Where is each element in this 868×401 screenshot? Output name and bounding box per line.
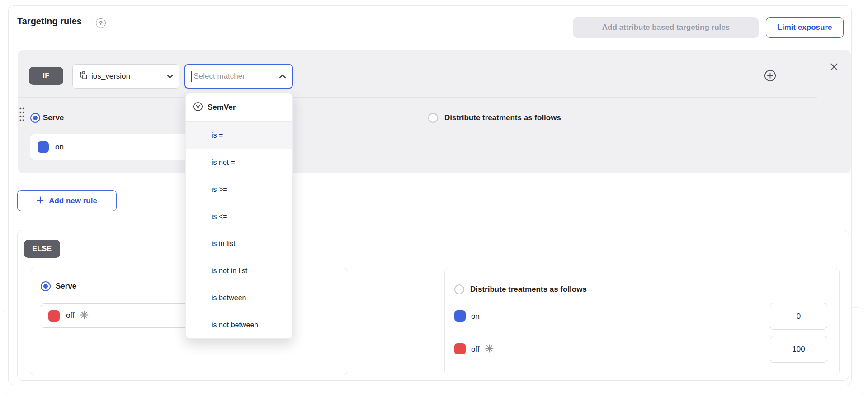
distribute-on-percent-input[interactable] [770,303,827,330]
matcher-option[interactable]: is >= [186,176,292,203]
chevron-down-icon[interactable] [166,72,174,80]
else-distribute-radio[interactable] [454,284,464,294]
distribute-off-row-label: off [471,344,494,354]
rule-drag-handle[interactable] [19,107,25,122]
rule-serve-radio[interactable] [30,113,40,123]
attribute-select-separator [161,70,161,82]
matcher-option[interactable]: is not in list [186,257,292,284]
else-treatment-value: off [66,311,75,320]
rule-treatment-value: on [55,143,64,152]
rule-serve-label: Serve [43,113,64,122]
targeting-rules-page: Targeting rules ? Add attribute based ta… [0,0,868,401]
add-new-rule-label: Add new rule [49,196,97,205]
matcher-group-header: SemVer [186,93,292,122]
treatment-on-swatch [38,141,49,153]
matcher-option[interactable]: is in list [186,230,292,257]
plus-icon [37,196,44,205]
attribute-select[interactable]: ios_version [72,64,179,89]
limit-exposure-button[interactable]: Limit exposure [766,17,844,38]
matcher-select[interactable] [184,64,293,89]
rule-distribute-radio[interactable] [428,113,438,123]
limit-exposure-label: Limit exposure [778,23,832,32]
add-condition-icon[interactable] [764,70,776,82]
semver-icon [193,102,203,113]
add-attribute-rules-button[interactable]: Add attribute based targeting rules [573,17,759,38]
attribute-select-value: ios_version [91,72,130,81]
else-serve-label: Serve [56,282,76,291]
close-rule-icon[interactable] [830,63,838,71]
distribute-off-label: off [471,345,480,354]
page-title: Targeting rules [17,16,82,27]
default-treatment-asterisk-icon [80,311,89,321]
matcher-option[interactable]: is between [186,284,292,312]
add-new-rule-button[interactable]: Add new rule [17,190,117,211]
rule-distribute-label: Distribute treatments as follows [444,113,561,122]
treatment-on-swatch [454,310,466,322]
matcher-option[interactable]: is = [186,122,292,149]
text-caret [191,71,192,82]
treatment-off-swatch [454,343,466,354]
chevron-up-icon[interactable] [279,72,286,80]
treatment-off-swatch [48,310,60,322]
matcher-option[interactable]: is <= [186,203,292,230]
matcher-select-input[interactable] [193,71,279,81]
matcher-option[interactable]: is not = [186,149,292,176]
add-attribute-rules-label: Add attribute based targeting rules [602,23,730,32]
default-treatment-asterisk-icon [485,344,494,354]
if-badge: IF [29,67,63,85]
else-badge: ELSE [24,240,60,258]
rule-card-divider [18,97,817,98]
rule-card-vertical-divider [817,50,817,173]
matcher-dropdown-menu: SemVer is = is not = is >= is <= is in l… [185,93,293,339]
distribute-off-percent-input[interactable] [770,336,827,363]
matcher-group-label: SemVer [208,103,236,112]
else-treatment-select[interactable]: off [41,303,197,328]
distribute-on-label: on [471,312,480,321]
matcher-option[interactable]: is not between [186,312,292,339]
attribute-icon [79,71,88,82]
else-serve-radio[interactable] [41,281,51,291]
else-distribute-label: Distribute treatments as follows [470,285,587,294]
help-icon[interactable]: ? [96,18,106,28]
